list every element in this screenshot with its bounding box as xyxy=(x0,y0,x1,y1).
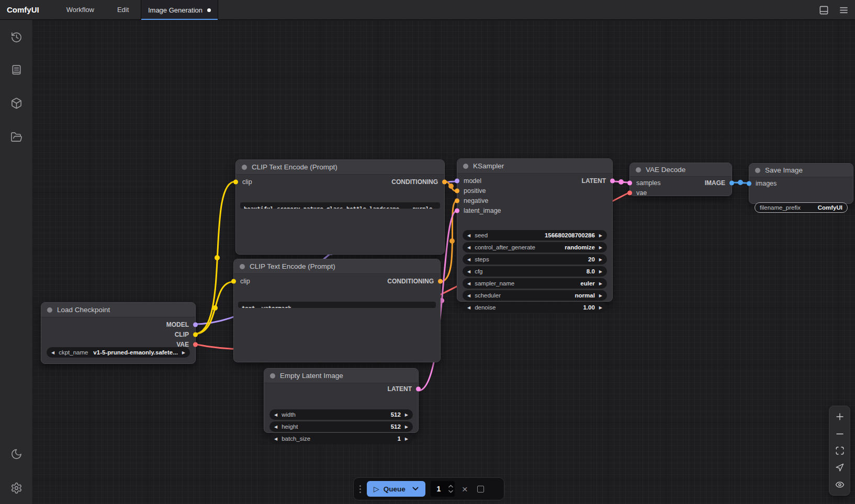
input-slot-clip[interactable] xyxy=(233,179,238,184)
decrement-arrow-icon[interactable]: ◀ xyxy=(467,269,470,274)
output-slot-clip[interactable] xyxy=(193,332,198,337)
input-slot-latent-image[interactable] xyxy=(455,208,459,213)
settings-gear-icon[interactable] xyxy=(10,482,22,494)
output-slot-model[interactable] xyxy=(193,322,198,327)
menu-workflow[interactable]: Workflow xyxy=(55,0,106,20)
seed-widget[interactable]: ◀ seed 156680208700286 ▶ xyxy=(463,230,607,240)
zoom-in-icon[interactable] xyxy=(834,410,846,423)
increment-arrow-icon[interactable]: ▶ xyxy=(599,281,602,286)
prompt-textarea[interactable]: beautiful scenery nature glass bottle la… xyxy=(240,202,440,209)
batch-size-widget[interactable]: ◀ batch_size 1 ▶ xyxy=(269,433,413,444)
stop-icon[interactable] xyxy=(477,486,484,492)
zoom-out-icon[interactable] xyxy=(834,428,846,440)
output-slot-latent[interactable] xyxy=(416,387,421,392)
queue-button[interactable]: ▷ Queue xyxy=(367,481,425,497)
graph-canvas[interactable]: Load Checkpoint MODEL CLIP VAE ◀ ckpt_na… xyxy=(32,20,855,504)
increment-arrow-icon[interactable]: ▶ xyxy=(405,437,408,441)
node-header[interactable]: KSampler xyxy=(457,159,612,174)
tab-image-generation[interactable]: Image Generation xyxy=(141,0,218,20)
height-widget[interactable]: ◀ height 512 ▶ xyxy=(269,421,413,432)
node-vae-decode[interactable]: VAE Decode samples IMAGE vae xyxy=(629,163,732,196)
drag-handle-icon[interactable] xyxy=(359,485,361,493)
node-header[interactable]: CLIP Text Encode (Prompt) xyxy=(236,160,444,175)
spin-up-icon[interactable] xyxy=(448,485,453,488)
output-slot-vae[interactable] xyxy=(193,342,198,347)
increment-arrow-icon[interactable]: ▶ xyxy=(599,305,602,310)
node-ksampler[interactable]: KSampler model LATENT positive negative … xyxy=(457,158,613,302)
width-widget[interactable]: ◀ width 512 ▶ xyxy=(269,409,413,420)
input-slot-model[interactable] xyxy=(455,178,459,183)
increment-arrow-icon[interactable]: ▶ xyxy=(599,257,602,262)
prompt-textarea[interactable]: text, watermark xyxy=(238,302,436,308)
output-slot-latent[interactable] xyxy=(610,178,615,183)
spin-down-icon[interactable] xyxy=(448,490,453,493)
clear-queue-icon[interactable]: × xyxy=(460,484,470,494)
sampler-name-widget[interactable]: ◀ sampler_name euler ▶ xyxy=(463,278,607,289)
output-slot-image[interactable] xyxy=(729,180,734,185)
input-slot-images[interactable] xyxy=(747,181,751,186)
bottom-panel-toggle-icon[interactable] xyxy=(818,5,829,15)
input-slot-negative[interactable] xyxy=(455,198,459,203)
decrement-arrow-icon[interactable]: ◀ xyxy=(467,233,470,238)
workflows-folder-icon[interactable] xyxy=(10,131,22,143)
decrement-arrow-icon[interactable]: ◀ xyxy=(274,437,277,441)
increment-arrow-icon[interactable]: ▶ xyxy=(182,350,185,355)
node-clip-text-encode-positive[interactable]: CLIP Text Encode (Prompt) clip CONDITION… xyxy=(235,159,445,255)
hamburger-menu-icon[interactable] xyxy=(838,5,849,15)
select-mode-icon[interactable] xyxy=(834,461,846,474)
decrement-arrow-icon[interactable]: ◀ xyxy=(467,293,470,298)
node-header[interactable]: CLIP Text Encode (Prompt) xyxy=(234,259,440,274)
collapse-dot-icon[interactable] xyxy=(463,164,468,169)
denoise-widget[interactable]: ◀ denoise 1.00 ▶ xyxy=(463,302,607,313)
collapse-dot-icon[interactable] xyxy=(755,168,760,173)
control-after-generate-widget[interactable]: ◀ control_after_generate randomize ▶ xyxy=(463,242,607,253)
theme-moon-icon[interactable] xyxy=(10,448,22,460)
scheduler-widget[interactable]: ◀ scheduler normal ▶ xyxy=(463,290,607,301)
menu-edit[interactable]: Edit xyxy=(106,0,140,20)
input-slot-clip[interactable] xyxy=(231,279,236,283)
collapse-dot-icon[interactable] xyxy=(242,165,247,170)
chevron-down-icon[interactable] xyxy=(412,487,419,491)
decrement-arrow-icon[interactable]: ◀ xyxy=(467,257,470,262)
collapse-dot-icon[interactable] xyxy=(47,307,52,313)
history-icon[interactable] xyxy=(10,31,22,43)
node-library-icon[interactable] xyxy=(10,97,22,109)
batch-count-spinner[interactable] xyxy=(447,482,455,496)
node-load-checkpoint[interactable]: Load Checkpoint MODEL CLIP VAE ◀ ckpt_na… xyxy=(41,302,196,364)
increment-arrow-icon[interactable]: ▶ xyxy=(405,413,408,417)
decrement-arrow-icon[interactable]: ◀ xyxy=(274,425,277,429)
collapse-dot-icon[interactable] xyxy=(270,373,275,379)
decrement-arrow-icon[interactable]: ◀ xyxy=(467,305,470,310)
input-slot-vae[interactable] xyxy=(627,190,632,195)
collapse-dot-icon[interactable] xyxy=(636,167,641,173)
node-save-image[interactable]: Save Image images filename_prefix ComfyU… xyxy=(749,163,853,204)
increment-arrow-icon[interactable]: ▶ xyxy=(599,233,602,238)
filename-prefix-widget[interactable]: filename_prefix ComfyUI xyxy=(755,202,848,213)
toggle-links-eye-icon[interactable] xyxy=(834,478,846,491)
node-header[interactable]: Empty Latent Image xyxy=(264,369,418,383)
collapse-dot-icon[interactable] xyxy=(240,264,245,269)
input-slot-samples[interactable] xyxy=(627,180,632,185)
output-slot-conditioning[interactable] xyxy=(438,279,443,283)
cfg-widget[interactable]: ◀ cfg 8.0 ▶ xyxy=(463,266,607,277)
ckpt-name-widget[interactable]: ◀ ckpt_name v1-5-pruned-emaonly.safete..… xyxy=(47,347,190,358)
node-empty-latent-image[interactable]: Empty Latent Image LATENT ◀ width 512 ▶ … xyxy=(264,368,419,433)
increment-arrow-icon[interactable]: ▶ xyxy=(599,269,602,274)
input-slot-positive[interactable] xyxy=(455,188,459,193)
logs-icon[interactable] xyxy=(10,63,22,76)
decrement-arrow-icon[interactable]: ◀ xyxy=(467,281,470,286)
batch-count-input[interactable]: 1 xyxy=(431,481,455,497)
node-header[interactable]: Save Image xyxy=(749,164,853,177)
node-header[interactable]: VAE Decode xyxy=(630,163,732,177)
node-header[interactable]: Load Checkpoint xyxy=(41,303,195,317)
increment-arrow-icon[interactable]: ▶ xyxy=(599,245,602,250)
decrement-arrow-icon[interactable]: ◀ xyxy=(51,350,54,355)
increment-arrow-icon[interactable]: ▶ xyxy=(405,425,408,429)
steps-widget[interactable]: ◀ steps 20 ▶ xyxy=(463,254,607,265)
increment-arrow-icon[interactable]: ▶ xyxy=(599,293,602,298)
decrement-arrow-icon[interactable]: ◀ xyxy=(467,245,470,250)
decrement-arrow-icon[interactable]: ◀ xyxy=(274,413,277,417)
node-clip-text-encode-negative[interactable]: CLIP Text Encode (Prompt) clip CONDITION… xyxy=(233,259,441,362)
output-slot-conditioning[interactable] xyxy=(442,179,447,184)
fit-view-icon[interactable] xyxy=(834,444,846,457)
